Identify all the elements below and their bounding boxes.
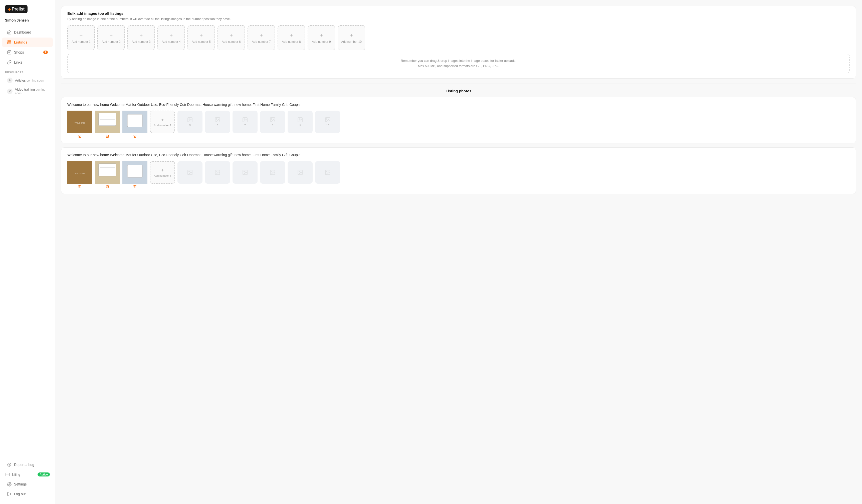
plus-icon: +: [290, 32, 293, 39]
bulk-slot-2[interactable]: +Add number 2: [97, 25, 125, 50]
svg-rect-37: [127, 165, 142, 177]
bulk-slot-label: Add number 10: [341, 40, 362, 43]
add-slot-label: Add number 4: [154, 124, 171, 127]
gear-icon: [7, 482, 12, 487]
bag-icon: [7, 50, 12, 55]
svg-text:WELCOME: WELCOME: [75, 122, 85, 124]
plus-icon: +: [161, 117, 164, 123]
plus-icon: +: [200, 32, 203, 39]
add-box-slot-2-4[interactable]: + Add number 4: [150, 161, 175, 184]
empty-slot-6: 6: [205, 110, 230, 133]
sidebar-item-label: Listings: [14, 40, 27, 44]
logout-label: Log out: [14, 492, 26, 496]
svg-point-47: [299, 171, 300, 172]
sidebar-item-video-training[interactable]: V Video training coming soon: [2, 85, 53, 97]
sidebar-item-shops[interactable]: Shops 2: [2, 48, 53, 57]
svg-point-43: [244, 171, 245, 172]
bulk-slot-label: Add number 4: [162, 40, 181, 43]
listing-image-2: [95, 110, 120, 133]
billing-active-badge: Active: [38, 473, 50, 476]
bulk-slot-6[interactable]: +Add number 6: [218, 25, 245, 50]
sidebar-item-articles[interactable]: A Articles coming soon: [2, 76, 53, 85]
listing2-image-3: [122, 161, 147, 184]
add-slot-2-label: Add number 4: [154, 174, 171, 177]
bulk-slot-label: Add number 2: [102, 40, 120, 43]
listing-image-3: [122, 110, 147, 133]
photo-thumb-3: [122, 110, 147, 138]
delete-photo-1-button[interactable]: [78, 134, 82, 138]
sidebar-item-links[interactable]: Links: [2, 57, 53, 67]
svg-rect-34: [99, 164, 116, 176]
logo: ◆ Prelist: [5, 5, 27, 13]
listing2-empty-slot-6: [205, 161, 230, 184]
svg-point-22: [216, 119, 217, 119]
resources-label: Resources: [0, 67, 55, 75]
listing-title: Welcome to our new home Welcome Mat for …: [67, 102, 850, 107]
sidebar-item-billing[interactable]: Billing Active: [0, 470, 55, 479]
svg-point-24: [244, 119, 245, 119]
link-icon: [7, 60, 12, 65]
delete-listing2-photo-3-button[interactable]: [133, 185, 137, 189]
listing-card: Welcome to our new home Welcome Mat for …: [61, 97, 856, 144]
listing-card-2: Welcome to our new home Welcome Mat for …: [61, 147, 856, 194]
photo-thumb-1: WELCOME: [67, 110, 92, 138]
bulk-slot-label: Add number 8: [282, 40, 301, 43]
sidebar-item-label: Dashboard: [14, 30, 31, 34]
bulk-grid: +Add number 1 +Add number 2 +Add number …: [67, 25, 850, 50]
sidebar-item-settings[interactable]: Settings: [2, 479, 53, 489]
add-photo-4[interactable]: + Add number 4: [150, 110, 175, 133]
svg-point-7: [9, 484, 10, 485]
sidebar-item-listings[interactable]: Listings: [2, 38, 53, 47]
plus-icon: +: [161, 168, 164, 173]
svg-text:WELCOME: WELCOME: [75, 172, 85, 175]
bulk-slot-label: Add number 3: [132, 40, 151, 43]
svg-point-28: [299, 119, 300, 119]
listing2-empty-slot-8: [260, 161, 285, 184]
listing-image-1: WELCOME: [67, 110, 92, 133]
plus-icon: +: [320, 32, 323, 39]
photos-row: WELCOME: [67, 110, 850, 138]
bulk-slot-label: Add number 7: [252, 40, 271, 43]
bulk-slot-10[interactable]: +Add number 10: [338, 25, 365, 50]
main-content: Bulk add images too all listings By addi…: [55, 0, 862, 504]
add-box-slot-4[interactable]: + Add number 4: [150, 110, 175, 133]
drag-drop-line2: Max 500MB, and supported formats are GIF…: [72, 64, 845, 69]
plus-icon: +: [170, 32, 173, 39]
drag-drop-line1: Remember you can drag & drop images into…: [72, 58, 845, 64]
delete-listing2-photo-2-button[interactable]: [105, 185, 109, 189]
logout-icon: [7, 492, 12, 496]
delete-listing2-photo-1-button[interactable]: [78, 185, 82, 189]
delete-photo-3-button[interactable]: [133, 134, 137, 138]
sidebar-item-label: Links: [14, 60, 22, 64]
list-icon: [7, 40, 12, 44]
listing2-empty-slot-7: [233, 161, 258, 184]
billing-label: Billing: [12, 473, 20, 476]
bulk-slot-3[interactable]: +Add number 3: [127, 25, 155, 50]
bulk-slot-4[interactable]: +Add number 4: [157, 25, 185, 50]
sidebar-item-report-bug[interactable]: Report a bug: [2, 460, 53, 469]
bulk-slot-5[interactable]: +Add number 5: [187, 25, 215, 50]
report-bug-label: Report a bug: [14, 463, 34, 467]
bulk-add-section: Bulk add images too all listings By addi…: [61, 6, 856, 79]
empty-slot-5: 5: [178, 110, 203, 133]
bulk-slot-1[interactable]: +Add number 1: [67, 25, 95, 50]
sidebar-item-logout[interactable]: Log out: [2, 489, 53, 499]
bulk-slot-7[interactable]: +Add number 7: [248, 25, 275, 50]
video-label: Video training coming soon: [15, 88, 48, 95]
add-photo-2-4[interactable]: + Add number 4: [150, 161, 175, 184]
sidebar-item-dashboard[interactable]: Dashboard: [2, 28, 53, 37]
photo-thumb-2: [95, 110, 120, 138]
photo-thumb-2-3: [122, 161, 147, 189]
articles-label: Articles coming soon: [15, 79, 43, 82]
bulk-slot-8[interactable]: +Add number 8: [277, 25, 305, 50]
svg-point-45: [271, 171, 272, 172]
svg-rect-17: [127, 114, 142, 127]
empty-slot-9: 9: [288, 110, 313, 133]
svg-rect-1: [8, 42, 11, 43]
plus-icon: +: [260, 32, 263, 39]
delete-photo-2-button[interactable]: [105, 134, 109, 138]
card-icon: [5, 472, 10, 477]
bulk-slot-9[interactable]: +Add number 9: [308, 25, 335, 50]
empty-slot-10: 10: [315, 110, 340, 133]
svg-point-26: [271, 119, 272, 119]
